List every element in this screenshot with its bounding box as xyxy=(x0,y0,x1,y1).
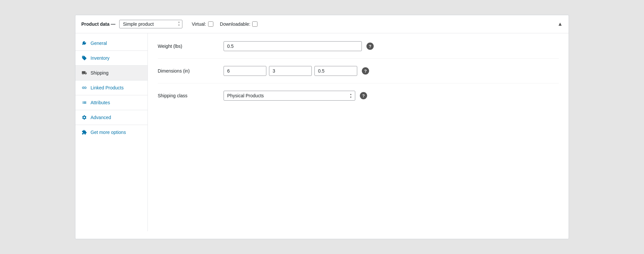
plugin-icon xyxy=(81,130,87,135)
collapse-arrow-icon[interactable]: ▲ xyxy=(557,21,563,27)
dimensions-inputs: ? xyxy=(224,66,559,76)
sidebar-get-more-options-label: Get more options xyxy=(91,130,126,135)
sidebar-item-inventory[interactable]: Inventory xyxy=(75,51,148,66)
dimensions-label: Dimensions (in) xyxy=(158,68,224,74)
downloadable-checkbox[interactable] xyxy=(252,21,257,27)
shipping-class-field-row: Shipping class No shipping class Physica… xyxy=(158,91,559,108)
shipping-class-select-wrapper[interactable]: No shipping class Physical Products xyxy=(224,91,355,101)
weight-inputs: ? xyxy=(224,41,559,51)
truck-icon xyxy=(81,70,87,76)
panel-header: Product data — Simple product Grouped pr… xyxy=(75,15,569,33)
sidebar-general-label: General xyxy=(91,41,107,46)
downloadable-label[interactable]: Downloadable: xyxy=(220,21,258,27)
main-content: Weight (lbs) ? Dimensions (in) ? Shippin xyxy=(148,33,569,231)
tag-icon xyxy=(81,55,87,61)
product-type-select-wrapper[interactable]: Simple product Grouped product External/… xyxy=(119,20,182,28)
link-icon xyxy=(81,85,87,90)
dimension-height-input[interactable] xyxy=(314,66,357,76)
sidebar-item-shipping[interactable]: Shipping xyxy=(75,66,148,80)
virtual-label[interactable]: Virtual: xyxy=(192,21,213,27)
sidebar-linked-products-label: Linked Products xyxy=(91,85,123,90)
panel-title: Product data — xyxy=(81,21,115,27)
list-icon xyxy=(81,100,87,105)
shipping-class-select[interactable]: No shipping class Physical Products xyxy=(224,91,355,101)
dimension-width-input[interactable] xyxy=(269,66,312,76)
weight-field-row: Weight (lbs) ? xyxy=(158,41,559,59)
dimensions-field-row: Dimensions (in) ? xyxy=(158,66,559,83)
sidebar-attributes-label: Attributes xyxy=(91,100,110,105)
weight-input[interactable] xyxy=(224,41,362,51)
weight-help-icon[interactable]: ? xyxy=(366,43,374,50)
sidebar-advanced-label: Advanced xyxy=(91,115,111,120)
gear-icon xyxy=(81,115,87,120)
wrench-icon xyxy=(81,41,87,46)
sidebar-item-advanced[interactable]: Advanced xyxy=(75,110,148,125)
weight-label: Weight (lbs) xyxy=(158,44,224,49)
shipping-class-inputs: No shipping class Physical Products ? xyxy=(224,91,559,101)
sidebar-shipping-label: Shipping xyxy=(91,70,109,76)
shipping-class-help-icon[interactable]: ? xyxy=(360,92,367,99)
virtual-checkbox[interactable] xyxy=(208,21,213,27)
header-checkboxes: Virtual: Downloadable: xyxy=(192,21,257,27)
product-data-panel: Product data — Simple product Grouped pr… xyxy=(75,15,569,239)
sidebar-item-attributes[interactable]: Attributes xyxy=(75,95,148,110)
dimension-length-input[interactable] xyxy=(224,66,266,76)
sidebar-item-general[interactable]: General xyxy=(75,36,148,51)
shipping-class-label: Shipping class xyxy=(158,93,224,98)
panel-body: General Inventory Shipping Linked Produc… xyxy=(75,33,569,231)
sidebar-item-linked-products[interactable]: Linked Products xyxy=(75,80,148,95)
product-type-select[interactable]: Simple product Grouped product External/… xyxy=(119,20,182,28)
sidebar: General Inventory Shipping Linked Produc… xyxy=(75,33,148,231)
dimensions-help-icon[interactable]: ? xyxy=(362,67,369,75)
sidebar-inventory-label: Inventory xyxy=(91,55,110,61)
sidebar-item-get-more-options[interactable]: Get more options xyxy=(75,125,148,140)
